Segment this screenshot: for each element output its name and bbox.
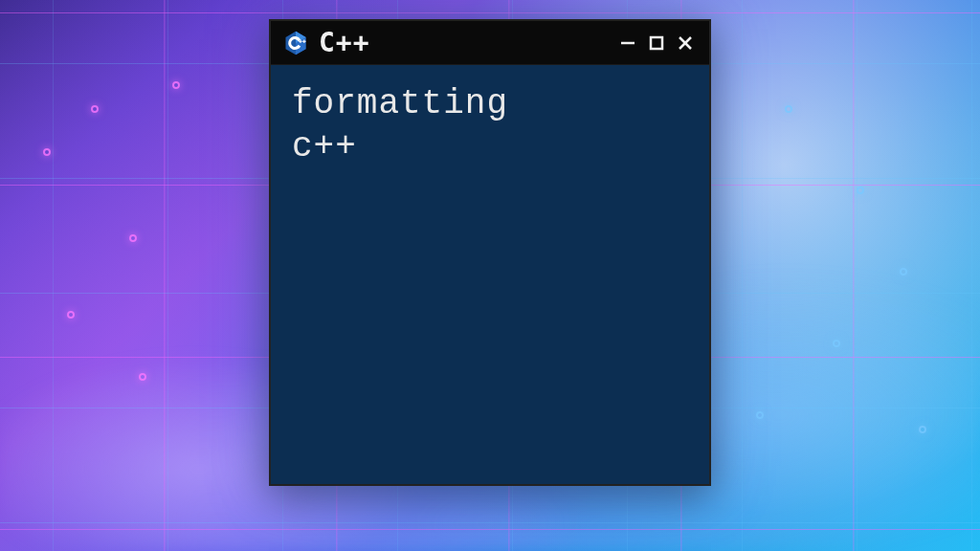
svg-rect-6	[302, 40, 306, 41]
content-area: formatting c++	[271, 65, 709, 484]
window-controls	[615, 31, 698, 55]
content-text: formatting c++	[292, 82, 688, 168]
svg-rect-4	[299, 40, 302, 41]
window-title: C++	[319, 27, 606, 58]
svg-rect-8	[651, 37, 662, 49]
minimize-button[interactable]	[615, 31, 640, 55]
titlebar[interactable]: C++	[271, 21, 709, 65]
content-line-2: c++	[292, 127, 357, 166]
maximize-button[interactable]	[644, 31, 669, 55]
cpp-logo-icon	[282, 30, 309, 56]
app-window: C++ formatting c++	[269, 19, 711, 486]
close-button[interactable]	[673, 31, 698, 55]
content-line-1: formatting	[292, 84, 508, 123]
